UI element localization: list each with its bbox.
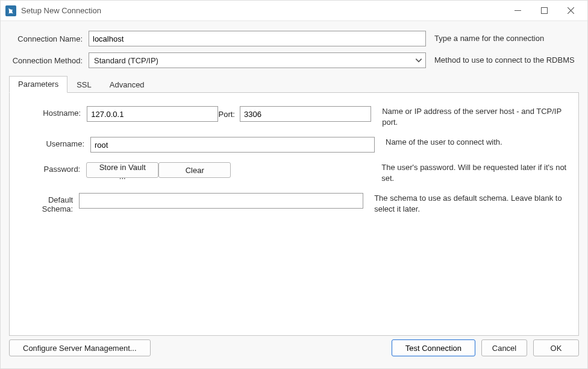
- connection-method-select[interactable]: Standard (TCP/IP): [89, 52, 426, 68]
- default-schema-label: Default Schema:: [19, 193, 79, 213]
- dialog-window: Setup New Connection Connection Name: Ty…: [0, 0, 588, 369]
- store-in-vault-button[interactable]: Store in Vault ...: [86, 162, 158, 178]
- configure-server-mgmt-button[interactable]: Configure Server Management...: [9, 339, 151, 356]
- cancel-button[interactable]: Cancel: [481, 339, 527, 356]
- row-connection-method: Connection Method: Standard (TCP/IP) Met…: [9, 52, 579, 68]
- window-title: Setup New Connection: [21, 6, 101, 15]
- tab-pane-parameters: Hostname: Port: Name or IP address of th…: [9, 93, 579, 336]
- hostname-hint: Name or IP address of the server host - …: [371, 106, 569, 127]
- hostname-label: Hostname:: [19, 106, 87, 118]
- maximize-button[interactable]: [531, 2, 557, 19]
- connection-method-label: Connection Method:: [9, 56, 89, 65]
- dialog-body: Connection Name: Type a name for the con…: [1, 21, 587, 336]
- tab-parameters[interactable]: Parameters: [9, 76, 67, 93]
- row-connection-name: Connection Name: Type a name for the con…: [9, 31, 579, 46]
- row-default-schema: Default Schema: The schema to use as def…: [19, 193, 569, 214]
- app-icon: [5, 5, 16, 16]
- test-connection-button[interactable]: Test Connection: [392, 339, 475, 356]
- connection-name-label: Connection Name:: [9, 34, 89, 43]
- tab-ssl[interactable]: SSL: [67, 77, 101, 93]
- tab-row: Parameters SSL Advanced: [9, 75, 579, 93]
- dialog-footer: Configure Server Management... Test Conn…: [1, 336, 587, 368]
- tab-advanced[interactable]: Advanced: [101, 77, 154, 93]
- port-input[interactable]: [240, 106, 371, 122]
- username-input[interactable]: [90, 137, 375, 153]
- titlebar: Setup New Connection: [1, 1, 587, 21]
- ok-button[interactable]: OK: [533, 339, 579, 356]
- connection-method-value: Standard (TCP/IP): [94, 56, 414, 65]
- row-username: Username: Name of the user to connect wi…: [19, 137, 569, 153]
- connection-name-hint: Type a name for the connection: [426, 34, 579, 44]
- row-hostname: Hostname: Port: Name or IP address of th…: [19, 106, 569, 127]
- connection-name-input[interactable]: [89, 31, 426, 46]
- chevron-down-icon: [414, 56, 423, 65]
- default-schema-hint: The schema to use as default schema. Lea…: [363, 193, 569, 214]
- row-password: Password: Store in Vault ... Clear The u…: [19, 162, 569, 183]
- username-label: Username:: [19, 137, 90, 148]
- svg-rect-0: [514, 10, 521, 11]
- connection-method-hint: Method to use to connect to the RDBMS: [426, 55, 579, 66]
- close-button[interactable]: [557, 2, 584, 19]
- tabs: Parameters SSL Advanced Hostname: Port: …: [9, 75, 579, 336]
- svg-rect-1: [541, 8, 547, 14]
- default-schema-input[interactable]: [79, 193, 363, 209]
- username-hint: Name of the user to connect with.: [375, 137, 569, 148]
- hostname-input[interactable]: [87, 106, 218, 122]
- password-hint: The user's password. Will be requested l…: [371, 162, 569, 183]
- clear-password-button[interactable]: Clear: [158, 162, 231, 178]
- minimize-button[interactable]: [504, 2, 531, 19]
- password-label: Password:: [19, 162, 86, 174]
- port-label: Port:: [218, 110, 239, 119]
